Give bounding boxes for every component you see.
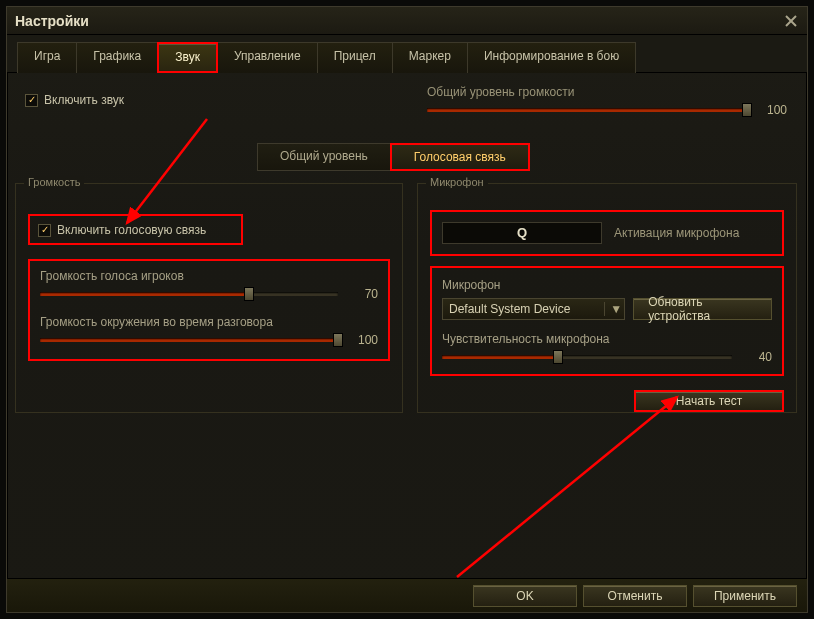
ambient-volume-slider[interactable] [40,338,338,342]
mic-sensitivity-value: 40 [742,350,772,364]
players-volume-value: 70 [348,287,378,301]
cancel-button[interactable]: Отменить [583,585,687,607]
start-test-button[interactable]: Начать тест [634,390,784,412]
mic-key-label: Активация микрофона [614,226,739,240]
overall-volume-group: Общий уровень громкости 100 [427,85,787,117]
overall-volume-label: Общий уровень громкости [427,85,787,99]
device-legend: Микрофон [442,278,772,292]
mic-sensitivity-slider[interactable] [442,355,732,359]
ambient-volume-label: Громкость окружения во время разговора [40,315,378,329]
tab-controls[interactable]: Управление [217,42,318,73]
tab-graphics[interactable]: Графика [76,42,158,73]
mic-key-input[interactable]: Q [442,222,602,244]
tabbar: Игра Графика Звук Управление Прицел Марк… [7,35,807,73]
enable-sound-label: Включить звук [44,93,124,107]
annotation-arrow-2 [437,387,717,587]
subtab-general[interactable]: Общий уровень [257,143,391,171]
mic-device-dropdown[interactable]: Default System Device ▼ [442,298,625,320]
players-volume-slider[interactable] [40,292,338,296]
checkmark-icon: ✓ [38,224,51,237]
subtabs: Общий уровень Голосовая связь [257,143,529,171]
mic-device-value: Default System Device [449,302,570,316]
apply-button[interactable]: Применить [693,585,797,607]
volume-legend: Громкость [24,176,84,188]
chevron-down-icon: ▼ [604,302,618,316]
checkmark-icon: ✓ [25,94,38,107]
ambient-volume-value: 100 [348,333,378,347]
footer: OK Отменить Применить [7,578,807,612]
overall-volume-slider[interactable] [427,108,747,112]
players-volume-label: Громкость голоса игроков [40,269,378,283]
tab-aim[interactable]: Прицел [317,42,393,73]
microphone-fieldset: Микрофон Q Активация микрофона Микрофон … [417,183,797,413]
titlebar: Настройки [7,7,807,35]
enable-voice-checkbox[interactable]: ✓ Включить голосовую связь [38,223,206,237]
tab-game[interactable]: Игра [17,42,77,73]
mic-legend: Микрофон [426,176,488,188]
overall-volume-value: 100 [757,103,787,117]
settings-window: Настройки Игра Графика Звук Управление П… [6,6,808,613]
ok-button[interactable]: OK [473,585,577,607]
refresh-devices-button[interactable]: Обновить устройства [633,298,772,320]
tab-marker[interactable]: Маркер [392,42,468,73]
mic-sensitivity-label: Чувствительность микрофона [442,332,772,346]
close-icon[interactable] [783,13,799,29]
subtab-voice[interactable]: Голосовая связь [390,143,530,171]
content-area: ✓ Включить звук Общий уровень громкости … [7,73,807,585]
window-title: Настройки [15,13,89,29]
enable-voice-label: Включить голосовую связь [57,223,206,237]
tab-sound[interactable]: Звук [157,42,218,73]
svg-line-3 [457,397,677,577]
volume-fieldset: Громкость ✓ Включить голосовую связь Гро… [15,183,403,413]
tab-combat-info[interactable]: Информирование в бою [467,42,636,73]
enable-sound-checkbox[interactable]: ✓ Включить звук [25,93,124,107]
